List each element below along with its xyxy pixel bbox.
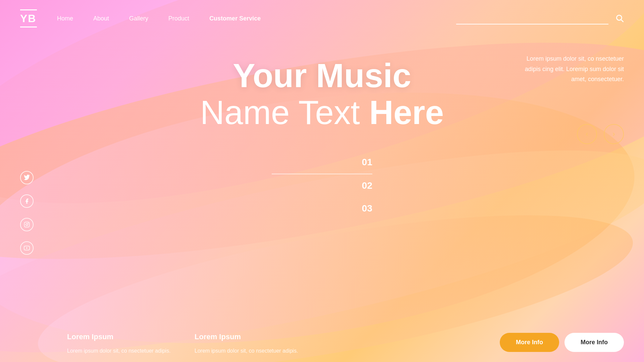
nav-home[interactable]: Home: [57, 15, 73, 22]
youtube-icon[interactable]: [20, 241, 34, 255]
nav-customer-service[interactable]: Customer Service: [209, 15, 261, 22]
main-content: Your Music Name Text Here Lorem ipsum do…: [0, 37, 644, 362]
logo-top-line: [20, 9, 37, 10]
svg-point-4: [28, 223, 29, 224]
instagram-icon[interactable]: [20, 218, 34, 231]
carousel-arrows: ‹ ›: [577, 124, 624, 144]
svg-marker-5: [26, 247, 28, 249]
hero-section: Your Music Name Text Here: [200, 57, 444, 131]
search-input[interactable]: [456, 12, 608, 24]
svg-line-1: [621, 19, 623, 21]
logo: YB: [20, 13, 36, 24]
prev-arrow-button[interactable]: ‹: [577, 124, 597, 144]
card-2-title: Lorem Ipsum: [195, 333, 302, 341]
card-1-title: Lorem Ipsum: [67, 333, 174, 341]
search-area: [456, 12, 624, 24]
nav: Home About Gallery Product Customer Serv…: [57, 15, 443, 22]
logo-bottom-line: [20, 26, 37, 27]
right-description: Lorem ipsum dolor sit, co nsectetuer adi…: [517, 54, 624, 84]
more-info-button-2[interactable]: More Info: [565, 333, 624, 352]
nav-gallery[interactable]: Gallery: [129, 15, 148, 22]
card-2-text: Lorem ipsum dolor sit, co nsectetuer adi…: [195, 347, 302, 355]
search-icon: [615, 14, 624, 22]
numbered-item-03: 03: [272, 197, 372, 220]
nav-about[interactable]: About: [93, 15, 109, 22]
facebook-icon[interactable]: [20, 194, 34, 208]
card-1: Lorem Ipsum Lorem ipsum dolor sit, co ns…: [67, 333, 174, 355]
more-info-buttons: More Info More Info: [500, 333, 624, 352]
numbered-list: 01 02 03: [272, 151, 372, 220]
hero-line2-bold: Here: [369, 94, 444, 131]
numbered-item-01: 01: [272, 151, 372, 174]
svg-rect-2: [24, 222, 30, 227]
left-chevron-icon: ‹: [586, 130, 588, 138]
next-arrow-button[interactable]: ›: [604, 124, 624, 144]
nav-product[interactable]: Product: [168, 15, 189, 22]
more-info-button-1[interactable]: More Info: [500, 333, 559, 352]
bottom-cards: Lorem Ipsum Lorem ipsum dolor sit, co ns…: [67, 333, 302, 355]
twitter-icon[interactable]: [20, 171, 34, 184]
search-button[interactable]: [615, 14, 624, 23]
header: YB Home About Gallery Product Customer S…: [0, 0, 644, 37]
hero-line1: Your Music: [200, 57, 444, 94]
card-1-text: Lorem ipsum dolor sit, co nsectetuer adi…: [67, 347, 174, 355]
svg-point-3: [26, 224, 28, 226]
logo-area: YB: [20, 9, 37, 27]
hero-line2: Name Text Here: [200, 94, 444, 131]
card-2: Lorem Ipsum Lorem ipsum dolor sit, co ns…: [195, 333, 302, 355]
hero-line2-normal: Name Text: [200, 94, 369, 131]
numbered-item-02: 02: [272, 174, 372, 197]
right-chevron-icon: ›: [612, 130, 615, 138]
social-icons: [20, 171, 34, 255]
